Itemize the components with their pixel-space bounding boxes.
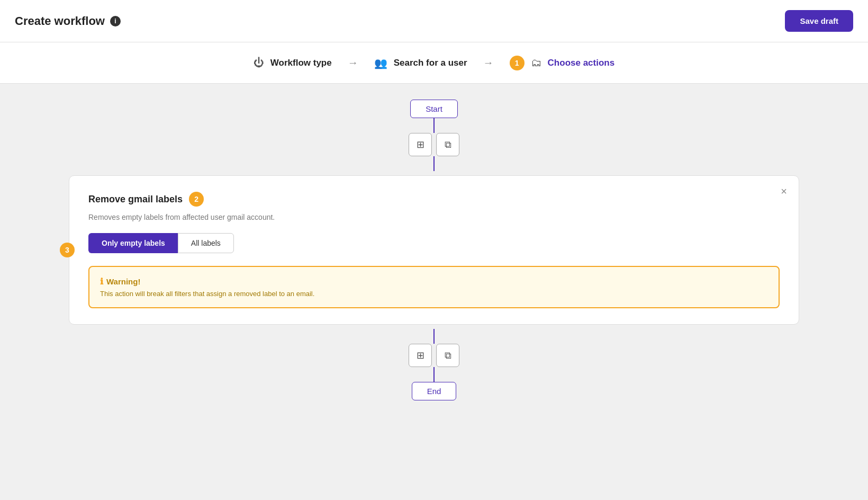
workflow-type-icon: ⏻ bbox=[254, 57, 264, 69]
info-icon[interactable]: i bbox=[110, 16, 121, 26]
card-subtitle: Removes empty labels from affected user … bbox=[88, 213, 780, 221]
vertical-line-4 bbox=[433, 367, 435, 382]
plus-icon: ⊞ bbox=[417, 139, 424, 150]
all-labels-button[interactable]: All labels bbox=[178, 233, 234, 253]
card-step-badge: 3 bbox=[60, 243, 75, 257]
header: Create workflow i Save draft bbox=[0, 0, 868, 42]
vertical-line-3 bbox=[433, 329, 435, 344]
step-workflow-type[interactable]: ⏻ Workflow type bbox=[254, 57, 332, 69]
save-draft-button[interactable]: Save draft bbox=[785, 10, 853, 32]
top-action-buttons: ⊞ ⧉ bbox=[409, 133, 459, 156]
step-arrow-1: → bbox=[348, 57, 358, 69]
page-title-text: Create workflow bbox=[15, 14, 105, 28]
remove-gmail-labels-card: 3 Remove gmail labels 2 Removes empty la… bbox=[69, 175, 799, 325]
main-content: Start ⊞ ⧉ 3 Remove gmail labels 2 Remove… bbox=[0, 84, 868, 500]
step-workflow-type-label: Workflow type bbox=[270, 58, 332, 68]
step-choose-actions-label: Choose actions bbox=[548, 58, 615, 68]
vertical-line-2 bbox=[433, 156, 435, 171]
copy-icon: ⧉ bbox=[445, 139, 451, 150]
plus-icon-bottom: ⊞ bbox=[417, 350, 424, 361]
warning-title: ℹ Warning! bbox=[100, 276, 768, 287]
warning-box: ℹ Warning! This action will break all fi… bbox=[88, 266, 780, 308]
card-title-row: 3 Remove gmail labels 2 bbox=[88, 192, 780, 207]
start-node: Start bbox=[410, 100, 458, 118]
label-toggle-group: Only empty labels All labels bbox=[88, 233, 780, 253]
copy-action-button-top[interactable]: ⧉ bbox=[436, 133, 459, 156]
bottom-action-buttons: ⊞ ⧉ bbox=[409, 344, 459, 367]
steps-bar: ⏻ Workflow type → 👥 Search for a user → … bbox=[0, 42, 868, 84]
warning-text: This action will break all filters that … bbox=[100, 290, 768, 298]
choose-actions-icon: 🗂 bbox=[531, 57, 541, 69]
warning-title-text: Warning! bbox=[106, 277, 140, 286]
end-node: End bbox=[412, 382, 457, 400]
page-title: Create workflow i bbox=[15, 14, 121, 28]
vertical-line-1 bbox=[433, 118, 435, 133]
search-user-icon: 👥 bbox=[374, 57, 387, 69]
add-action-button-top[interactable]: ⊞ bbox=[409, 133, 432, 156]
step-choose-actions[interactable]: 1 🗂 Choose actions bbox=[510, 56, 615, 70]
add-action-button-bottom[interactable]: ⊞ bbox=[409, 344, 432, 367]
card-badge: 2 bbox=[189, 192, 204, 207]
card-title: Remove gmail labels bbox=[88, 194, 183, 205]
step-search-user[interactable]: 👥 Search for a user bbox=[374, 57, 467, 69]
copy-icon-bottom: ⧉ bbox=[445, 350, 451, 361]
card-close-button[interactable]: × bbox=[781, 185, 787, 198]
step-search-user-label: Search for a user bbox=[394, 58, 467, 68]
choose-actions-badge: 1 bbox=[510, 56, 525, 70]
step-arrow-2: → bbox=[483, 57, 494, 69]
copy-action-button-bottom[interactable]: ⧉ bbox=[436, 344, 459, 367]
workflow-canvas: Start ⊞ ⧉ 3 Remove gmail labels 2 Remove… bbox=[11, 100, 857, 400]
warning-icon: ℹ bbox=[100, 276, 103, 287]
only-empty-labels-button[interactable]: Only empty labels bbox=[88, 233, 178, 253]
